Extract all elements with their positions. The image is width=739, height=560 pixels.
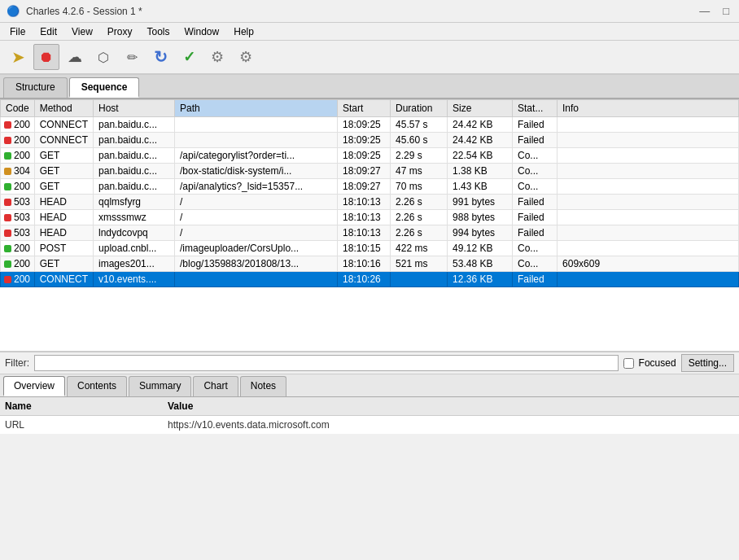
row-start: 18:10:26 [338, 272, 391, 287]
row-code: 200 [14, 119, 30, 130]
menu-view[interactable]: View [65, 24, 99, 39]
focused-checkbox[interactable] [623, 358, 634, 369]
row-duration: 2.26 s [391, 195, 448, 210]
menu-file[interactable]: File [3, 24, 32, 39]
pencil-btn[interactable]: ✏ [119, 44, 145, 70]
cloud-btn[interactable]: ☁ [62, 44, 88, 70]
row-code: 200 [14, 273, 30, 285]
row-status: Failed [513, 117, 558, 133]
detail-col-name-header: Name [0, 399, 163, 413]
row-code: 200 [14, 150, 30, 161]
table-row[interactable]: 200GETpan.baidu.c.../api/categorylist?or… [1, 148, 739, 164]
tab-sequence[interactable]: Sequence [69, 77, 140, 98]
table-row[interactable]: 200CONNECTpan.baidu.c...18:09:2545.60 s2… [1, 133, 739, 148]
row-status: Failed [513, 195, 558, 210]
table-row[interactable]: 304GETpan.baidu.c.../box-static/disk-sys… [1, 164, 739, 179]
row-status: Failed [513, 225, 558, 241]
row-size: 1.43 KB [448, 179, 513, 195]
row-info [558, 117, 739, 133]
tab-overview[interactable]: Overview [3, 376, 65, 396]
table-header-row: Code Method Host Path Start Duration Siz… [1, 100, 739, 117]
row-host: pan.baidu.c... [94, 179, 175, 195]
row-start: 18:10:13 [338, 195, 391, 210]
row-duration: 45.57 s [391, 117, 448, 133]
maximize-btn[interactable]: □ [719, 5, 732, 17]
row-info [558, 195, 739, 210]
refresh-btn[interactable]: ↻ [147, 44, 173, 70]
bottom-tabs: Overview Contents Summary Chart Notes [0, 374, 739, 397]
row-status-icon [4, 183, 11, 190]
row-status: Co... [513, 256, 558, 272]
row-start: 18:10:15 [338, 241, 391, 256]
row-duration: 70 ms [391, 179, 448, 195]
table-row[interactable]: 503HEADqqlmsfyrg/18:10:132.26 s991 bytes… [1, 195, 739, 210]
detail-key-url: URL [0, 418, 163, 432]
row-status-icon [4, 214, 11, 221]
row-status-icon [4, 245, 11, 252]
toolbar: ➤ ⏺ ☁ ⬡ ✏ ↻ ✓ ⚙ ⚙ [0, 41, 739, 75]
table-row[interactable]: 200CONNECTv10.events....18:10:2612.36 KB… [1, 272, 739, 287]
row-info [558, 133, 739, 148]
table-row[interactable]: 503HEADxmsssmwz/18:10:132.26 s988 bytesF… [1, 210, 739, 225]
col-header-size[interactable]: Size [448, 100, 513, 117]
row-start: 18:09:27 [338, 179, 391, 195]
menu-edit[interactable]: Edit [33, 24, 63, 39]
row-status: Failed [513, 210, 558, 225]
col-header-method[interactable]: Method [34, 100, 93, 117]
row-status: Co... [513, 148, 558, 164]
tab-contents[interactable]: Contents [67, 376, 127, 396]
row-path [175, 272, 338, 287]
request-table-container: Code Method Host Path Start Duration Siz… [0, 99, 739, 352]
col-header-duration[interactable]: Duration [391, 100, 448, 117]
table-row[interactable]: 200GETpan.baidu.c.../api/analytics?_lsid… [1, 179, 739, 195]
tools-btn[interactable]: ⚙ [204, 44, 230, 70]
minimize-btn[interactable]: — [696, 5, 713, 17]
record-btn[interactable]: ⏺ [33, 44, 59, 70]
table-body: 200CONNECTpan.baidu.c...18:09:2545.57 s2… [1, 117, 739, 287]
row-size: 53.48 KB [448, 256, 513, 272]
settings-btn[interactable]: Setting... [681, 354, 734, 372]
row-code: 200 [14, 134, 30, 146]
tab-structure[interactable]: Structure [3, 77, 68, 98]
table-row[interactable]: 503HEADlndydcovpq/18:10:132.26 s994 byte… [1, 225, 739, 241]
tab-summary[interactable]: Summary [129, 376, 191, 396]
row-start: 18:10:16 [338, 256, 391, 272]
col-header-path[interactable]: Path [175, 100, 338, 117]
detail-value-url: https://v10.events.data.microsoft.com [163, 418, 739, 432]
menu-help[interactable]: Help [227, 24, 260, 39]
window-controls: — □ [696, 5, 732, 17]
table-row[interactable]: 200CONNECTpan.baidu.c...18:09:2545.57 s2… [1, 117, 739, 133]
col-header-code[interactable]: Code [1, 100, 35, 117]
menu-tools[interactable]: Tools [141, 24, 177, 39]
row-method: GET [34, 164, 93, 179]
col-header-host[interactable]: Host [94, 100, 175, 117]
main-tabs: Structure Sequence [0, 75, 739, 99]
col-header-start[interactable]: Start [338, 100, 391, 117]
row-path [175, 117, 338, 133]
arrow-tool-btn[interactable]: ➤ [5, 44, 31, 70]
row-size: 1.38 KB [448, 164, 513, 179]
menu-proxy[interactable]: Proxy [101, 24, 139, 39]
tab-notes[interactable]: Notes [240, 376, 286, 396]
row-status-icon [4, 199, 11, 206]
table-row[interactable]: 200POSTupload.cnbl.../imageuploader/Cors… [1, 241, 739, 256]
row-info: 609x609 [558, 256, 739, 272]
row-start: 18:10:13 [338, 210, 391, 225]
menu-window[interactable]: Window [178, 24, 226, 39]
row-host: pan.baidu.c... [94, 117, 175, 133]
row-path [175, 133, 338, 148]
hex-btn[interactable]: ⬡ [90, 44, 116, 70]
row-method: GET [34, 179, 93, 195]
row-path: /api/analytics?_lsid=15357... [175, 179, 338, 195]
table-row[interactable]: 200GETimages201.../blog/1359883/201808/1… [1, 256, 739, 272]
gear-btn[interactable]: ⚙ [233, 44, 259, 70]
check-btn[interactable]: ✓ [176, 44, 202, 70]
filter-input[interactable] [34, 355, 619, 371]
col-header-status[interactable]: Stat... [513, 100, 558, 117]
row-host: pan.baidu.c... [94, 133, 175, 148]
col-header-info[interactable]: Info [558, 100, 739, 117]
row-status-icon [4, 276, 11, 283]
row-method: CONNECT [34, 117, 93, 133]
row-host: lndydcovpq [94, 225, 175, 241]
tab-chart[interactable]: Chart [193, 376, 238, 396]
